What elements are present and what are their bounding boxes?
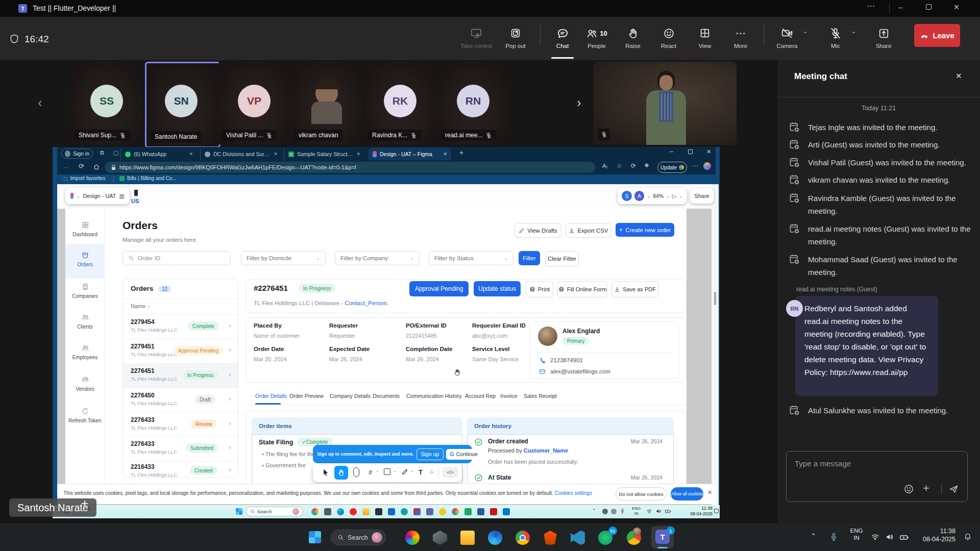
back-icon[interactable]: ← xyxy=(63,162,70,170)
tab-close-icon[interactable]: ✕ xyxy=(443,152,447,157)
frame-chevron-icon[interactable]: ⌄ xyxy=(376,468,379,473)
sidebar-item-dashboard[interactable]: Dashboard xyxy=(65,221,105,237)
bookmark-bills[interactable]: Bills | Billing and Co... xyxy=(119,176,177,181)
taskbar-icon[interactable] xyxy=(401,508,408,515)
layout-icon[interactable]: ▥ xyxy=(119,193,125,199)
hand-tool-active[interactable] xyxy=(334,466,348,480)
video-tile-santosh[interactable]: SN Santosh Narate xyxy=(145,62,220,148)
tab-communication-history[interactable]: Communication History xyxy=(406,393,462,399)
leave-button[interactable]: Leave xyxy=(914,24,960,47)
tab-actions-icon[interactable]: ▢ xyxy=(113,149,118,156)
pen-chevron-icon[interactable]: ⌄ xyxy=(410,468,414,473)
taskbar-icon[interactable] xyxy=(477,508,484,515)
shared-speaker-icon[interactable] xyxy=(655,508,662,514)
contact-person-link[interactable]: Contact_Person. xyxy=(345,300,388,306)
share-button[interactable]: Share xyxy=(866,27,901,49)
take-control-button[interactable]: Take control xyxy=(458,27,494,49)
taskbar-icon[interactable] xyxy=(452,508,459,515)
taskbar-explorer-icon[interactable] xyxy=(460,531,475,545)
tab-documents[interactable]: Documents xyxy=(373,393,400,399)
tray-clock[interactable]: 11:3808-04-2025 xyxy=(914,527,955,543)
chat-close-icon[interactable]: ✕ xyxy=(955,71,962,81)
close-button[interactable]: ✕ xyxy=(953,3,960,11)
taskbar-icon[interactable] xyxy=(362,508,370,515)
raise-button[interactable]: Raise xyxy=(615,27,651,49)
titlebar-more-icon[interactable]: ⋯ xyxy=(867,1,875,11)
url-bar[interactable]: https://www.figma.com/design/9BKQ0FOHRWa… xyxy=(105,162,595,173)
video-tile-vikram[interactable]: vikram chavan xyxy=(290,62,363,145)
video-tile-vishal[interactable]: VP Vishal Patil ... xyxy=(218,62,290,145)
taskbar-icon[interactable] xyxy=(350,508,357,515)
figma-logo-icon[interactable] xyxy=(70,193,74,199)
emoji-icon[interactable] xyxy=(903,484,914,494)
taskbar-icon[interactable] xyxy=(324,508,331,515)
mic-button[interactable]: Mic xyxy=(818,27,853,49)
deny-cookies-button[interactable]: Do not allow cookies xyxy=(616,487,667,500)
clear-filter-button[interactable]: Clear Filter xyxy=(545,251,579,266)
dev-mode-toggle[interactable]: </> xyxy=(442,467,458,478)
cookie-settings-link[interactable]: Cookies settings xyxy=(555,490,592,496)
spotlight-tile[interactable] xyxy=(594,62,737,145)
home-icon[interactable] xyxy=(93,163,100,170)
shared-wifi-icon[interactable] xyxy=(646,508,652,514)
tray-language[interactable]: ENGIN xyxy=(846,527,867,541)
google-continue-button[interactable]: G Continue xyxy=(446,449,481,460)
play-chevron-icon[interactable]: ⌄ xyxy=(679,194,682,198)
attach-plus-icon[interactable]: + xyxy=(923,482,929,495)
tab-close-icon[interactable]: ✕ xyxy=(356,152,360,157)
sidebar-item-clients[interactable]: Clients xyxy=(65,313,105,330)
tray-icon[interactable] xyxy=(611,509,617,514)
tray-mic-icon[interactable] xyxy=(620,508,625,514)
read-aloud-icon[interactable]: A) xyxy=(602,163,607,169)
frame-tool-icon[interactable]: # xyxy=(369,468,372,476)
resources-tool-icon[interactable]: ⁘ xyxy=(429,468,434,476)
play-icon[interactable]: ▷ xyxy=(672,193,676,199)
tray-battery-icon[interactable] xyxy=(899,533,909,542)
approval-pending-button[interactable]: Approval Pending xyxy=(409,281,469,296)
video-tile-readai[interactable]: RN read.ai mee... xyxy=(437,62,509,145)
taskbar-icon[interactable] xyxy=(337,508,344,515)
collab-chevron-icon[interactable]: ⌄ xyxy=(647,194,650,198)
taskbar-icon[interactable] xyxy=(439,508,446,515)
sidebar-item-refresh-token[interactable]: Refresh Token xyxy=(65,407,105,423)
text-tool-icon[interactable]: T xyxy=(419,468,423,476)
tab-sales-receipt[interactable]: Sales Receipt xyxy=(524,393,557,399)
shared-tray-chevron[interactable]: ⌃ xyxy=(592,508,596,513)
send-icon[interactable] xyxy=(948,484,959,494)
pen-tool-icon[interactable] xyxy=(401,468,408,475)
tab-company-details[interactable]: Company Details xyxy=(330,393,371,399)
tab-close-icon[interactable]: ✕ xyxy=(189,152,193,157)
people-button[interactable]: 10 People xyxy=(579,27,615,49)
collab-avatar-s[interactable]: S xyxy=(622,191,632,201)
tray-icon[interactable] xyxy=(602,509,608,514)
zoom-level[interactable]: 94% xyxy=(653,193,664,199)
browser-profile-avatar[interactable] xyxy=(703,162,711,170)
taskbar-icon[interactable] xyxy=(311,508,318,515)
more-button[interactable]: ⋯ More xyxy=(723,27,758,49)
extension-icon[interactable]: ❖ xyxy=(644,162,649,169)
minimize-button[interactable]: – xyxy=(898,3,902,11)
chat-button[interactable]: Chat xyxy=(545,27,580,49)
print-button[interactable]: Print xyxy=(526,281,553,297)
fill-online-form-button[interactable]: Fill Online Form xyxy=(557,281,607,297)
tab-account-rep[interactable]: Account Rep xyxy=(465,393,496,399)
workspaces-icon[interactable]: ⧉ xyxy=(100,149,104,156)
figma-scrollbar-track[interactable] xyxy=(712,184,719,505)
taskbar-icon[interactable] xyxy=(503,508,510,515)
sidebar-item-vendors[interactable]: Vendors xyxy=(65,375,105,392)
rect-chevron-icon[interactable]: ⌄ xyxy=(393,468,397,473)
notification-bell-icon[interactable] xyxy=(964,533,972,541)
shared-battery-icon[interactable] xyxy=(665,508,671,515)
taskbar-icon[interactable] xyxy=(388,508,395,515)
tiles-prev-icon[interactable]: ‹ xyxy=(38,95,42,111)
message-input[interactable] xyxy=(786,451,968,502)
tray-mic-icon[interactable] xyxy=(829,533,838,541)
tab-figma-active[interactable]: Design - UAT – Figma ✕ xyxy=(369,147,451,160)
shared-lang[interactable]: ENGIN xyxy=(632,506,641,516)
taskbar-icon[interactable] xyxy=(426,508,433,515)
pop-out-button[interactable]: Pop out xyxy=(498,27,533,49)
restore-button[interactable] xyxy=(926,4,932,10)
tab-whatsapp[interactable]: (6) WhatsApp ✕ xyxy=(120,148,197,160)
view-drafts-button[interactable]: View Drafts xyxy=(514,223,561,238)
tiles-next-icon[interactable]: › xyxy=(577,95,581,111)
